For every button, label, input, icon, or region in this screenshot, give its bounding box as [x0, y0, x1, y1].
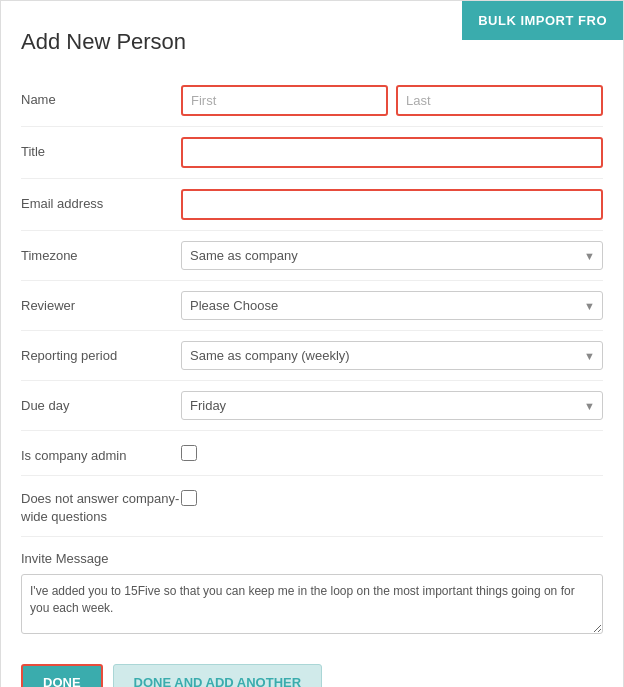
noanswer-checkbox[interactable]: [181, 490, 197, 506]
reporting-select[interactable]: Same as company (weekly): [181, 341, 603, 370]
dueday-label: Due day: [21, 391, 181, 413]
title-label: Title: [21, 137, 181, 159]
title-input[interactable]: [181, 137, 603, 168]
reviewer-select-wrapper: Please Choose ▼: [181, 291, 603, 320]
reviewer-select[interactable]: Please Choose: [181, 291, 603, 320]
email-label: Email address: [21, 189, 181, 211]
invite-section: Invite Message I've added you to 15Five …: [21, 537, 603, 648]
title-row: Title: [21, 127, 603, 179]
reporting-label: Reporting period: [21, 341, 181, 363]
admin-row: Is company admin: [21, 431, 603, 476]
timezone-row: Timezone Same as company ▼: [21, 231, 603, 281]
dueday-field: Friday ▼: [181, 391, 603, 420]
noanswer-field: [181, 486, 603, 510]
invite-textarea[interactable]: I've added you to 15Five so that you can…: [21, 574, 603, 634]
dueday-select-wrapper: Friday ▼: [181, 391, 603, 420]
noanswer-label: Does not answer company-wide questions: [21, 486, 181, 526]
timezone-select-wrapper: Same as company ▼: [181, 241, 603, 270]
timezone-field: Same as company ▼: [181, 241, 603, 270]
name-row: Name: [21, 75, 603, 127]
title-field: [181, 137, 603, 168]
timezone-label: Timezone: [21, 241, 181, 263]
dueday-select[interactable]: Friday: [181, 391, 603, 420]
name-fields: [181, 85, 603, 116]
reviewer-label: Reviewer: [21, 291, 181, 313]
email-input[interactable]: [181, 189, 603, 220]
done-button[interactable]: DONE: [21, 664, 103, 687]
noanswer-row: Does not answer company-wide questions: [21, 476, 603, 537]
last-name-input[interactable]: [396, 85, 603, 116]
reporting-field: Same as company (weekly) ▼: [181, 341, 603, 370]
buttons-row: DONE DONE AND ADD ANOTHER: [21, 648, 603, 687]
email-field: [181, 189, 603, 220]
timezone-select[interactable]: Same as company: [181, 241, 603, 270]
done-add-another-button[interactable]: DONE AND ADD ANOTHER: [113, 664, 323, 687]
admin-checkbox[interactable]: [181, 445, 197, 461]
email-row: Email address: [21, 179, 603, 231]
reviewer-field: Please Choose ▼: [181, 291, 603, 320]
admin-label: Is company admin: [21, 441, 181, 463]
dueday-row: Due day Friday ▼: [21, 381, 603, 431]
admin-field: [181, 441, 603, 465]
name-label: Name: [21, 85, 181, 107]
reviewer-row: Reviewer Please Choose ▼: [21, 281, 603, 331]
first-name-input[interactable]: [181, 85, 388, 116]
page-wrapper: BULK IMPORT FRO Add New Person Name Titl…: [0, 0, 624, 687]
invite-label: Invite Message: [21, 551, 603, 566]
reporting-select-wrapper: Same as company (weekly) ▼: [181, 341, 603, 370]
bulk-import-button[interactable]: BULK IMPORT FRO: [462, 1, 623, 40]
form-container: Name Title Email address Timezone: [1, 75, 623, 687]
reporting-row: Reporting period Same as company (weekly…: [21, 331, 603, 381]
